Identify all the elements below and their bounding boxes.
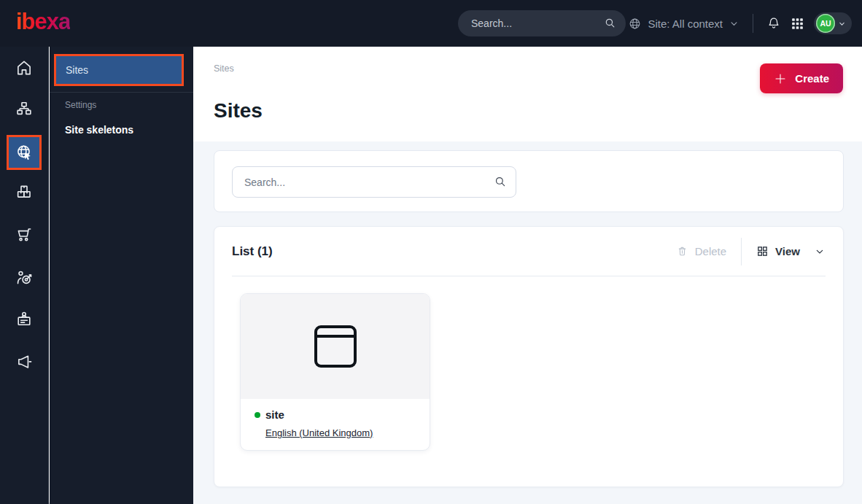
- sidebar-item-label: Site skeletons: [65, 124, 133, 136]
- create-button-label: Create: [795, 72, 829, 85]
- plus-icon: [774, 72, 787, 85]
- view-button-label: View: [775, 245, 800, 257]
- sidebar-item-personalization[interactable]: [0, 268, 48, 287]
- site-context-selector[interactable]: Site: All context: [628, 17, 739, 31]
- globe-icon: [628, 17, 642, 31]
- sidebar-item-content-structure[interactable]: [0, 100, 48, 119]
- browser-window-icon: [314, 325, 357, 368]
- search-icon: [494, 175, 507, 188]
- megaphone-icon: [15, 352, 34, 371]
- site-language-link[interactable]: English (United Kingdom): [265, 427, 373, 438]
- sidebar-item-admin[interactable]: [0, 310, 48, 329]
- topbar-right-cluster: Site: All context: [628, 0, 852, 47]
- sidebar-item-site-management-active[interactable]: [7, 135, 42, 170]
- badge-icon: [15, 310, 34, 329]
- person-target-icon: [15, 268, 34, 287]
- global-search-input[interactable]: [458, 10, 626, 36]
- delete-button-label: Delete: [695, 245, 726, 257]
- top-bar: ibexa Site: All context: [0, 0, 862, 47]
- home-icon: [15, 58, 34, 77]
- breadcrumb[interactable]: Sites: [214, 63, 234, 74]
- site-thumbnail: [241, 294, 430, 399]
- site-context-label: Site: All context: [648, 18, 723, 30]
- sidebar-item-label: Sites: [66, 64, 88, 76]
- grid-view-icon: [756, 245, 769, 257]
- sidebar-item-site-skeletons[interactable]: Site skeletons: [65, 124, 133, 136]
- boxes-icon: [15, 183, 34, 202]
- ibexa-admin-page: ibexa Site: All context: [0, 0, 862, 504]
- sites-list-card: List (1) Delete: [214, 226, 844, 487]
- list-divider: [232, 276, 826, 276]
- chevron-down-icon: [729, 18, 739, 29]
- chevron-down-icon: [814, 246, 826, 257]
- sidebar-item-product-catalog[interactable]: [0, 183, 48, 202]
- list-search: [232, 166, 516, 198]
- global-search: [458, 10, 626, 36]
- sidebar-item-commerce[interactable]: [0, 225, 48, 244]
- status-dot-icon: [255, 412, 260, 418]
- sidebar-item-marketing[interactable]: [0, 352, 48, 371]
- site-name: site: [265, 408, 284, 421]
- topbar-divider: [753, 14, 753, 33]
- icon-rail: [0, 47, 49, 504]
- bell-icon: [766, 16, 781, 31]
- sidebar-item-sites-active[interactable]: Sites: [54, 54, 184, 86]
- controls-divider: [741, 238, 742, 265]
- view-switcher-button[interactable]: View: [756, 245, 826, 257]
- trash-icon: [676, 245, 688, 257]
- grid-apps-icon: [791, 17, 804, 31]
- menu-section-label: Settings: [65, 100, 96, 110]
- list-controls: Delete View: [676, 238, 826, 265]
- create-button[interactable]: Create: [760, 63, 843, 93]
- list-title: List (1): [232, 244, 273, 259]
- search-card: [214, 150, 844, 212]
- menu-divider: [50, 92, 193, 93]
- sidebar-item-dashboard[interactable]: [0, 58, 48, 77]
- list-header: List (1) Delete: [232, 227, 826, 276]
- list-search-input[interactable]: [232, 166, 516, 198]
- secondary-sidebar: Sites Settings Site skeletons: [50, 47, 193, 504]
- page-title: Sites: [214, 99, 263, 123]
- cart-icon: [15, 225, 34, 244]
- sitemap-icon: [15, 100, 34, 119]
- chevron-down-icon: [837, 19, 847, 28]
- site-card[interactable]: site English (United Kingdom): [240, 293, 430, 451]
- globe-cursor-icon: [15, 143, 34, 162]
- ibexa-logo: ibexa: [16, 9, 70, 35]
- user-menu[interactable]: AU: [814, 12, 852, 34]
- avatar: AU: [816, 14, 835, 33]
- app-switcher-button[interactable]: [791, 17, 804, 31]
- delete-button[interactable]: Delete: [676, 245, 726, 257]
- search-icon: [604, 17, 616, 29]
- main-panel: Sites Create Sites List (1): [193, 47, 862, 504]
- site-info: site English (United Kingdom): [241, 399, 430, 439]
- notifications-button[interactable]: [766, 16, 781, 31]
